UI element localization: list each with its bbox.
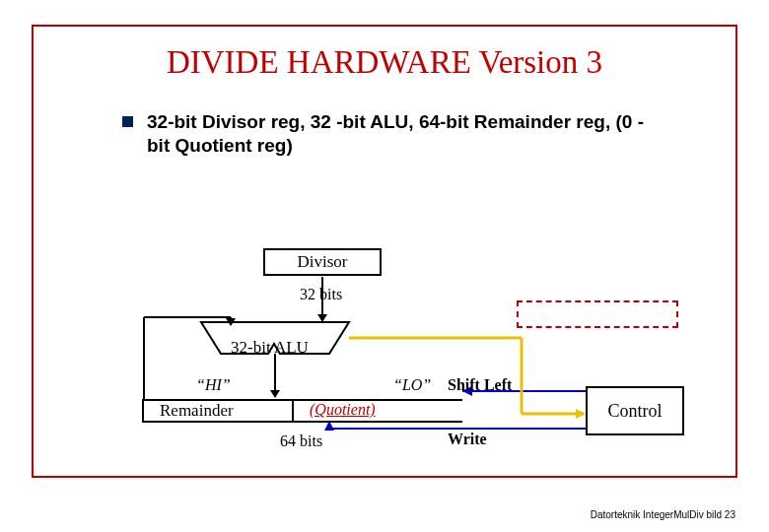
divisor-label: Divisor	[298, 252, 348, 272]
hi-label: “HI”	[196, 376, 231, 394]
bits32-label: 32 bits	[300, 286, 342, 303]
alu-label: 32-bit ALU	[231, 338, 309, 358]
remainder-divider	[292, 399, 294, 423]
dashed-placeholder-box	[517, 300, 678, 328]
bullet-item: 32-bit Divisor reg, 32 -bit ALU, 64-bit …	[122, 110, 657, 158]
control-box: Control	[586, 386, 684, 435]
shift-left-label: Shift Left	[448, 376, 512, 394]
svg-marker-17	[576, 409, 586, 419]
svg-marker-2	[317, 314, 327, 322]
divisor-box: Divisor	[263, 248, 382, 276]
bullet-text: 32-bit Divisor reg, 32 -bit ALU, 64-bit …	[147, 110, 657, 158]
remainder-box: Remainder	[142, 399, 462, 423]
quotient-label: (Quotient)	[310, 401, 376, 419]
write-label: Write	[448, 431, 487, 448]
slide-frame: DIVIDE HARDWARE Version 3 32-bit Divisor…	[32, 25, 737, 478]
bits64-label: 64 bits	[280, 432, 322, 450]
slide-title: DIVIDE HARDWARE Version 3	[34, 44, 735, 81]
remainder-label: Remainder	[160, 401, 234, 421]
bullet-marker-icon	[122, 116, 133, 127]
control-label: Control	[607, 401, 662, 422]
lo-label: “LO”	[393, 376, 431, 394]
svg-marker-8	[270, 390, 280, 398]
slide-footer: Datorteknik IntegerMulDiv bild 23	[591, 509, 735, 520]
svg-marker-6	[226, 318, 236, 326]
